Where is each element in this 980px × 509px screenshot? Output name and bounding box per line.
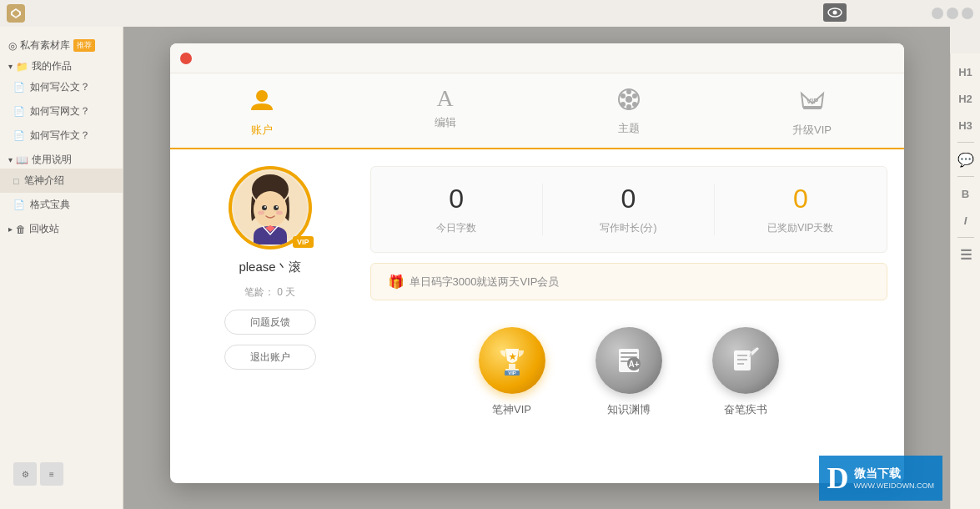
feature-icon-vip[interactable]: ★ VIP 笔神VIP — [479, 327, 545, 417]
vip-tab-icon: VIP — [798, 87, 827, 118]
app-icon — [7, 4, 25, 23]
italic-button[interactable]: I — [954, 209, 977, 232]
sidebar-item-work1[interactable]: 📄 如何写公文？ — [0, 75, 123, 99]
svg-point-9 — [626, 104, 631, 109]
recommend-tag: 推荐 — [73, 39, 95, 52]
toolbar-divider2 — [957, 176, 974, 177]
feature-icons-grid: ★ VIP 笔神VIP — [370, 310, 887, 426]
editor-tab-icon: A — [436, 87, 453, 110]
svg-rect-35 — [734, 350, 751, 370]
settings-dialog: 账户 A 编辑 — [170, 43, 904, 483]
watermark-text: 微当下载 WWW.WEIDOWN.COM — [854, 466, 934, 490]
account-tab-icon — [249, 87, 274, 118]
work2-label: 如何写网文？ — [30, 104, 90, 118]
settings-icon[interactable]: ⚙ — [13, 462, 37, 486]
h2-button[interactable]: H2 — [954, 87, 977, 110]
svg-point-20 — [264, 206, 266, 208]
feature-icon-knowledge[interactable]: A+ 知识渊博 — [596, 327, 662, 417]
format-label: 格式宝典 — [30, 198, 70, 212]
toolbar-divider3 — [957, 237, 974, 238]
vip-label: 笔神VIP — [492, 402, 531, 417]
sidebar-item-work2[interactable]: 📄 如何写网文？ — [0, 99, 123, 123]
feedback-button[interactable]: 问题反馈 — [224, 310, 316, 335]
stats-row: 0 今日字数 0 写作时长(分) 0 已奖励VIP天数 — [370, 166, 887, 253]
pen-age-label: 笔龄： — [244, 286, 274, 298]
tab-editor-label: 编辑 — [435, 115, 456, 130]
tab-account-label: 账户 — [251, 123, 273, 138]
content-area: 账户 A 编辑 — [123, 27, 980, 509]
watermark-url: WWW.WEIDOWN.COM — [854, 481, 934, 490]
stat-writing-time: 0 写作时长(分) — [543, 184, 715, 235]
stat-daily-words: 0 今日字数 — [371, 184, 543, 235]
h3-button[interactable]: H3 — [954, 113, 977, 137]
pen-age-value: 0 天 — [277, 286, 295, 298]
gift-icon: 🎁 — [388, 274, 405, 290]
writing-time-label: 写作时长(分) — [600, 221, 656, 235]
tab-vip-label: 升级VIP — [792, 123, 832, 138]
dialog-close-button[interactable] — [180, 53, 192, 64]
svg-point-8 — [632, 102, 637, 107]
instructions-label: 使用说明 — [32, 153, 72, 167]
arrow-down-icon: ▾ — [8, 155, 13, 164]
svg-point-17 — [254, 191, 287, 228]
h1-button[interactable]: H1 — [954, 60, 977, 83]
vip-badge: VIP — [293, 236, 314, 248]
dialog-tabs: 账户 A 编辑 — [170, 73, 904, 149]
svg-point-18 — [262, 205, 267, 210]
modal-overlay: 账户 A 编辑 — [123, 27, 950, 509]
daily-words-label: 今日字数 — [436, 221, 476, 235]
pen-age: 笔龄： 0 天 — [244, 285, 295, 300]
location-icon: ◎ — [8, 40, 17, 52]
cram-icon-circle — [712, 327, 779, 394]
tab-account[interactable]: 账户 — [170, 73, 354, 148]
menu-button[interactable]: ☰ — [954, 243, 977, 266]
adjust-icon[interactable]: ≡ — [40, 462, 63, 486]
maximize-button[interactable] — [947, 8, 958, 19]
tab-editor[interactable]: A 编辑 — [354, 73, 537, 148]
sidebar-item-format[interactable]: 📄 格式宝典 — [0, 193, 123, 217]
doc-icon: 📄 — [13, 82, 25, 93]
tab-theme-label: 主题 — [618, 121, 640, 136]
svg-point-4 — [256, 90, 268, 102]
watermark: D 微当下载 WWW.WEIDOWN.COM — [819, 456, 942, 501]
comment-button[interactable]: 💬 — [954, 148, 977, 171]
sidebar-item-instructions[interactable]: ▾ 📖 使用说明 — [0, 148, 123, 169]
svg-point-6 — [626, 89, 631, 94]
watermark-cn: 微当下载 — [854, 466, 934, 481]
svg-text:VIP: VIP — [508, 370, 516, 375]
minimize-button[interactable] — [932, 8, 943, 19]
dialog-body: VIP please丶滚 笔龄： 0 天 问题反馈 退出账户 — [170, 149, 904, 483]
arrow-right-icon: ▸ — [8, 224, 13, 234]
work3-label: 如何写作文？ — [30, 129, 90, 143]
cram-label: 奋笔疾书 — [724, 402, 767, 417]
svg-point-21 — [276, 206, 278, 208]
private-library-label: 私有素材库 — [20, 38, 70, 53]
svg-point-3 — [833, 11, 837, 15]
vip-icon-circle: ★ VIP — [479, 327, 545, 394]
vip-days-value: 0 — [793, 184, 808, 214]
stat-vip-days: 0 已奖励VIP天数 — [715, 184, 886, 235]
sidebar-item-recycle[interactable]: ▸ 🗑 回收站 — [0, 217, 123, 238]
bold-button[interactable]: B — [954, 182, 977, 205]
my-works-label: 我的作品 — [32, 59, 72, 73]
intro-label: 笔神介绍 — [24, 174, 64, 188]
tab-vip-upgrade[interactable]: VIP 升级VIP — [721, 73, 904, 148]
sidebar-item-intro[interactable]: □ 笔神介绍 — [0, 169, 123, 193]
arrow-down-icon: ▾ — [8, 62, 13, 71]
recycle-label: 回收站 — [29, 222, 59, 236]
sidebar-item-work3[interactable]: 📄 如何写作文？ — [0, 123, 123, 148]
sidebar-item-private-library[interactable]: ◎ 私有素材库 推荐 — [0, 33, 123, 54]
doc-icon: 📄 — [13, 130, 25, 141]
svg-rect-30 — [621, 352, 637, 354]
knowledge-label: 知识渊博 — [607, 402, 651, 417]
sidebar-item-my-works[interactable]: ▾ 📁 我的作品 — [0, 54, 123, 75]
daily-words-value: 0 — [449, 184, 464, 214]
logout-button[interactable]: 退出账户 — [224, 345, 316, 370]
eye-icon — [823, 3, 847, 22]
close-button[interactable] — [962, 8, 973, 19]
main-layout: ◎ 私有素材库 推荐 ▾ 📁 我的作品 📄 如何写公文？ 📄 如何写网文？ 📄 … — [0, 27, 980, 509]
window-controls — [932, 8, 973, 19]
tab-theme[interactable]: 主题 — [537, 73, 721, 148]
feature-icon-cram[interactable]: 奋笔疾书 — [712, 327, 779, 417]
svg-text:VIP: VIP — [806, 97, 818, 105]
